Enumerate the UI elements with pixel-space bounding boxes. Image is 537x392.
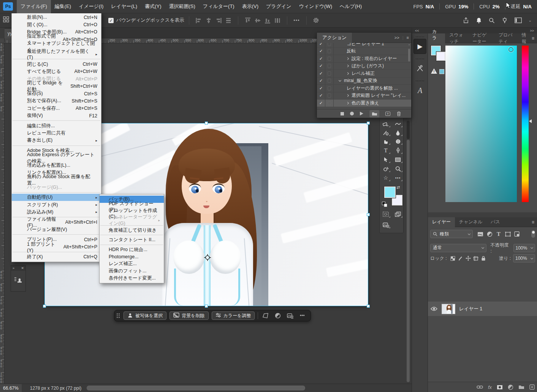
transform-handle[interactable] — [205, 305, 208, 308]
action-dialog-toggle[interactable] — [325, 100, 334, 107]
transform-warp-icon[interactable] — [261, 311, 270, 320]
action-include-checkbox[interactable]: ✓ — [317, 55, 325, 62]
menubar-item[interactable]: フィルター(T) — [199, 0, 238, 13]
distribute-v-icon[interactable] — [272, 16, 282, 25]
smudge-tool-icon[interactable] — [380, 137, 391, 145]
action-row[interactable]: ✓色の置き換え — [317, 100, 411, 107]
menu-item[interactable]: 復帰(V)F12 — [12, 112, 101, 119]
expand-icon[interactable] — [346, 102, 349, 104]
quick-mask-icon[interactable] — [380, 210, 391, 218]
tab-スウォッチ[interactable]: スウォッチ — [445, 33, 468, 43]
filter-shape-layers-icon[interactable] — [503, 230, 512, 238]
path-select-tool-icon[interactable] — [380, 155, 391, 164]
adjust-color-button[interactable]: カラーを調整 — [212, 311, 255, 320]
workspace-switcher-icon[interactable] — [515, 17, 522, 23]
action-dialog-toggle[interactable] — [325, 77, 334, 85]
menu-item[interactable]: 条件付きモード変更... — [100, 275, 164, 282]
delete-icon[interactable] — [396, 111, 401, 116]
share-icon[interactable] — [463, 17, 469, 24]
menu-item[interactable]: スクリプト(R)▸ — [12, 201, 101, 208]
taskbar-more-icon[interactable]: ••• — [298, 311, 307, 320]
collapse-dock-icon[interactable]: << — [415, 29, 419, 33]
menu-item[interactable]: 無料の Adobe Stock 画像を配置... — [12, 176, 101, 183]
gear-icon[interactable] — [311, 16, 321, 25]
lock-pixels-icon[interactable] — [457, 255, 464, 262]
typography-panel-icon[interactable]: A — [413, 83, 426, 98]
action-row[interactable]: ✓レベル補正 — [317, 70, 411, 77]
menu-item[interactable]: ファイル情報(F)...Alt+Shift+Ctrl+I — [12, 218, 101, 226]
tab-カラー[interactable]: カラー — [428, 33, 445, 43]
menubar-item[interactable]: プラグイン — [262, 0, 295, 13]
expand-dock-icon[interactable]: >> — [530, 29, 534, 33]
lock-position-icon[interactable] — [464, 255, 472, 262]
action-include-checkbox[interactable]: ✓ — [317, 92, 325, 100]
rotate-view-tool-icon[interactable] — [380, 164, 391, 173]
menu-item[interactable]: 埋め込みを配置(L)... — [12, 161, 101, 169]
menu-item[interactable]: コンタクトシート II... — [100, 236, 164, 243]
search-icon[interactable] — [489, 17, 495, 24]
zoom-tool-icon[interactable] — [393, 164, 403, 173]
transform-handle[interactable] — [205, 122, 208, 125]
menu-item[interactable]: 閉じる(C)Ctrl+W — [12, 60, 101, 68]
horizontal-scrollbar-thumb[interactable] — [87, 386, 305, 390]
menu-item[interactable]: 新規(N)...Ctrl+N — [12, 14, 101, 21]
lock-all-icon[interactable] — [480, 255, 487, 262]
tab-情報[interactable]: 情報 — [518, 33, 532, 43]
align-center-h-icon[interactable] — [204, 16, 214, 25]
menubar-item[interactable]: レイヤー(L) — [107, 0, 141, 13]
menu-item[interactable]: 画像のフィット... — [100, 267, 164, 275]
align-right-icon[interactable] — [214, 16, 223, 25]
mixer-brush-tool-icon[interactable] — [380, 128, 391, 137]
actions-tab[interactable]: アクション — [317, 33, 352, 43]
new-set-folder-icon[interactable] — [369, 110, 379, 117]
adjustment-icon[interactable] — [273, 311, 282, 320]
panel-menu-icon[interactable]: ≡ — [532, 220, 537, 225]
menu-item[interactable]: 終了(X)Ctrl+Q — [12, 253, 101, 261]
menu-item[interactable]: レビュー用に共有 — [12, 130, 101, 137]
color-picker-cursor[interactable] — [508, 47, 513, 52]
menu-item[interactable]: Adobe Express のテンプレートの検索... — [12, 154, 101, 161]
action-include-checkbox[interactable]: ✓ — [317, 63, 325, 70]
action-dialog-toggle[interactable] — [325, 70, 334, 77]
eraser-tool-icon[interactable] — [380, 120, 391, 128]
menu-item[interactable]: 保存(S)Ctrl+S — [12, 90, 101, 97]
menu-item[interactable]: 自動処理(U)▸ — [12, 194, 101, 201]
panel-expand-icon[interactable]: >> — [394, 35, 399, 40]
add-image-tool-icon[interactable] — [380, 221, 391, 229]
tab-プロパティ[interactable]: プロパティ — [494, 33, 518, 43]
action-row[interactable]: ✓ぼかし (ガウス) — [317, 63, 411, 70]
record-icon[interactable] — [350, 112, 354, 115]
menubar-item[interactable]: 表示(V) — [238, 0, 262, 13]
hue-slider-marker[interactable] — [529, 119, 532, 123]
custom-shape-star-icon[interactable]: ☆ — [380, 174, 391, 182]
action-include-checkbox[interactable]: ✓ — [317, 70, 325, 77]
opacity-input[interactable]: 100% — [513, 244, 535, 252]
gamut-warning-icon[interactable]: ! — [431, 68, 437, 74]
more-tools-icon[interactable]: ••• — [393, 174, 403, 182]
action-dialog-toggle[interactable] — [325, 63, 334, 70]
menu-item[interactable]: レンズ補正... — [100, 261, 164, 268]
action-include-checkbox[interactable]: ✓ — [317, 48, 325, 55]
action-include-checkbox[interactable]: ✓ — [317, 77, 325, 85]
default-colors-icon[interactable] — [382, 202, 387, 207]
action-include-checkbox[interactable]: ✓ — [317, 85, 325, 92]
add-image-icon[interactable] — [285, 311, 295, 320]
action-row[interactable]: ✓コピー レイヤー 1 — [317, 43, 411, 48]
new-layer-icon[interactable] — [529, 384, 535, 390]
menu-item[interactable]: 読み込み(M)▸ — [12, 209, 101, 216]
transform-handle[interactable] — [367, 213, 370, 216]
play-icon[interactable] — [360, 112, 363, 115]
menu-item[interactable]: 開く(O)...Ctrl+O — [12, 21, 101, 28]
blur-tool-icon[interactable] — [393, 128, 403, 137]
action-row[interactable]: ✓mirai_服_色変換 — [317, 77, 411, 85]
expand-icon[interactable] — [346, 72, 349, 75]
adjustment-layer-icon[interactable] — [508, 384, 513, 390]
lock-artboard-icon[interactable] — [472, 255, 480, 262]
remove-background-button[interactable]: 背景を削除 — [169, 311, 208, 320]
filter-smart-objects-icon[interactable] — [512, 230, 521, 238]
panel-menu-icon[interactable]: ≡ — [407, 35, 409, 40]
discover-lightbulb-icon[interactable] — [502, 17, 508, 24]
shape-tool-icon[interactable] — [393, 155, 403, 164]
layer-name[interactable]: レイヤー 1 — [459, 306, 482, 312]
menu-item[interactable]: 閉じて Bridge を起動...Shift+Ctrl+W — [12, 83, 101, 90]
